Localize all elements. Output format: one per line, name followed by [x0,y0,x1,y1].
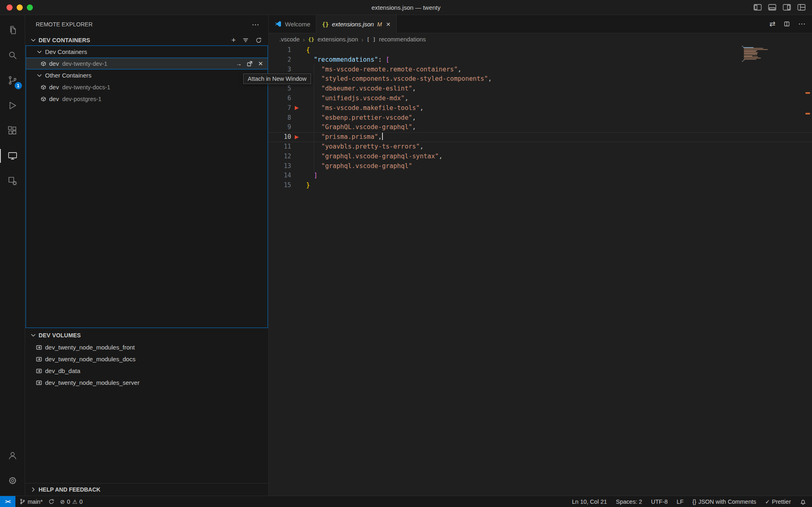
code-line[interactable]: 15} [269,181,812,190]
code-line[interactable]: 6 "unifiedjs.vscode-mdx", [269,94,812,104]
close-icon[interactable]: ✕ [386,21,391,28]
more-actions-icon[interactable]: ⋯ [798,19,806,28]
code-line[interactable]: 13 "graphql.vscode-graphql" [269,162,812,171]
code-line[interactable]: 11 "yoavbls.pretty-ts-errors", [269,142,812,152]
code-editor[interactable]: 1{2 "recommendations": [3 "ms-vscode-rem… [269,45,812,496]
container-item[interactable]: devdev-twenty-dev-1→✕ [26,58,268,69]
code-line[interactable]: 1{ [269,45,812,55]
gutter-marker [295,135,299,139]
split-editor-icon[interactable] [784,21,790,27]
code-text: "graphql.vscode-graphql" [306,162,412,171]
volume-label: dev_twenty_node_modules_server [45,379,140,386]
volume-item[interactable]: dev_twenty_node_modules_front [25,341,268,353]
volume-item[interactable]: dev_db_data [25,365,268,377]
tab-extensions-json[interactable]: {} extensions.json M ✕ [316,15,397,33]
json-file-icon: {} [322,21,328,28]
attach-current-window-icon[interactable]: → [235,60,242,67]
line-number[interactable]: 1 [269,45,291,55]
scm-badge: 1 [15,82,22,89]
tree-group[interactable]: Other Containers [26,69,268,81]
encoding-item[interactable]: UTF-8 [651,498,668,505]
minimize-window-button[interactable] [17,4,23,11]
section-dev-containers[interactable]: DEV CONTAINERS + [25,35,268,45]
code-line[interactable]: 8 "esbenp.prettier-vscode", [269,113,812,123]
code-line[interactable]: 2 "recommendations": [ [269,55,812,65]
branch-item[interactable]: main* [19,498,43,505]
more-actions-icon[interactable]: ⋯ [252,20,259,29]
line-number[interactable]: 14 [269,171,291,181]
line-number[interactable]: 12 [269,152,291,162]
cursor-position-item[interactable]: Ln 10, Col 21 [572,498,607,505]
minimap[interactable] [742,46,771,62]
volume-item[interactable]: dev_twenty_node_modules_server [25,377,268,388]
filter-icon[interactable] [242,37,249,43]
sync-button[interactable] [48,498,54,505]
remote-explorer-icon[interactable] [0,143,25,168]
line-number[interactable]: 15 [269,181,291,190]
close-window-button[interactable] [6,4,13,11]
run-debug-icon[interactable] [0,93,25,118]
line-number[interactable]: 9 [269,123,291,132]
breadcrumb-folder[interactable]: .vscode [279,36,300,43]
notifications-item[interactable] [800,498,806,505]
volume-item[interactable]: dev_twenty_node_modules_docs [25,353,268,365]
settings-gear-icon[interactable] [0,468,25,493]
volume-icon [36,368,42,374]
new-container-icon[interactable]: + [231,37,236,43]
code-line[interactable]: 3 "ms-vscode-remote.remote-containers", [269,65,812,75]
code-text: "GraphQL.vscode-graphql", [306,123,416,132]
container-item[interactable]: devdev-postgres-1 [26,93,268,105]
section-help-feedback[interactable]: HELP AND FEEDBACK [25,483,268,496]
tab-welcome[interactable]: Welcome [269,15,316,33]
customize-layout-icon[interactable] [797,4,806,12]
stop-container-icon[interactable]: ✕ [258,60,263,67]
code-line[interactable]: 14 ] [269,171,812,181]
toggle-primary-sidebar-icon[interactable] [754,4,762,12]
code-text: ] [306,171,317,181]
code-line[interactable]: 9 "GraphQL.vscode-graphql", [269,123,812,132]
code-line[interactable]: 5 "dbaeumer.vscode-eslint", [269,84,812,94]
line-number[interactable]: 7 [269,104,291,113]
container-item[interactable]: devdev-twenty-docs-1 [26,81,268,93]
compare-changes-icon[interactable]: ⇄ [769,19,775,28]
tree-group[interactable]: Dev Containers [26,46,268,58]
attach-new-window-icon[interactable] [246,60,253,67]
line-number[interactable]: 2 [269,55,291,65]
code-line[interactable]: 4 "styled-components.vscode-styled-compo… [269,74,812,84]
volume-label: dev_db_data [45,367,80,374]
search-icon[interactable] [0,43,25,68]
eol-item[interactable]: LF [677,498,684,505]
code-text: "esbenp.prettier-vscode", [306,113,416,123]
line-number[interactable]: 8 [269,113,291,123]
refresh-icon[interactable] [255,37,262,43]
line-number[interactable]: 5 [269,84,291,94]
minimap-line [743,60,745,60]
git-branch-icon [19,498,26,505]
code-line[interactable]: 10 "prisma.prisma", [269,132,812,142]
account-icon[interactable] [0,443,25,468]
zoom-window-button[interactable] [27,4,33,11]
line-number[interactable]: 11 [269,142,291,152]
line-number[interactable]: 13 [269,162,291,171]
containers-config-icon[interactable] [0,168,25,194]
toggle-secondary-sidebar-icon[interactable] [783,4,791,12]
extensions-icon[interactable] [0,118,25,143]
problems-item[interactable]: ⊘ 0 ⚠ 0 [60,498,82,505]
line-number[interactable]: 10 [269,132,291,142]
gutter-marker-slot [291,152,306,162]
breadcrumb-symbol[interactable]: recommendations [379,36,426,43]
indentation-item[interactable]: Spaces: 2 [616,498,642,505]
formatter-item[interactable]: ✓ Prettier [765,498,791,505]
remote-indicator[interactable]: >< [0,496,15,507]
toggle-panel-icon[interactable] [768,4,776,12]
section-dev-volumes[interactable]: DEV VOLUMES [25,330,268,341]
language-mode-item[interactable]: {} JSON with Comments [693,498,756,505]
source-control-icon[interactable]: 1 [0,68,25,93]
code-line[interactable]: 12 "graphql.vscode-graphql-syntax", [269,152,812,162]
explorer-icon[interactable] [0,17,25,43]
sidebar-title: REMOTE EXPLORER [36,21,93,28]
line-number[interactable]: 3 [269,65,291,75]
code-line[interactable]: 7 "ms-vscode.makefile-tools", [269,104,812,113]
breadcrumb-file[interactable]: extensions.json [317,36,358,43]
line-number[interactable]: 6 [269,94,291,104]
